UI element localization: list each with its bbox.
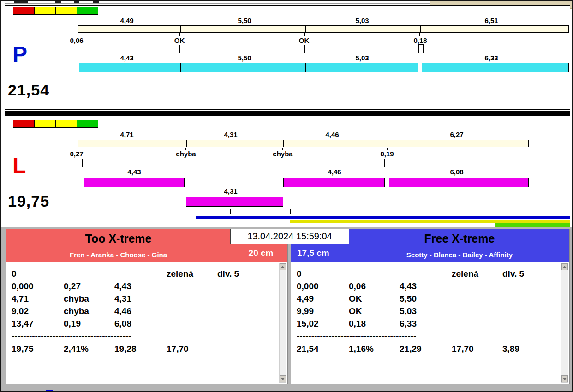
sensor-tick bbox=[78, 33, 78, 36]
timer-marker-box bbox=[290, 209, 330, 214]
summary-cell: 21,54 bbox=[297, 344, 349, 354]
results-area[interactable]: 0zelenádiv. 5 0,0000,274,43 4,71chyba4,3… bbox=[6, 262, 287, 384]
segment-divider bbox=[388, 140, 388, 147]
result-cell: 4,43 bbox=[114, 281, 167, 291]
changeover-mark-label: chyba bbox=[176, 150, 196, 158]
result-cell: 0,06 bbox=[349, 281, 400, 291]
result-cell: zelená bbox=[167, 269, 217, 279]
result-cell: 5,03 bbox=[400, 306, 452, 316]
result-cell: 6,33 bbox=[400, 319, 452, 329]
scroll-down-button[interactable] bbox=[561, 375, 568, 382]
summary-cell: 17,70 bbox=[167, 344, 217, 354]
status-light-green-icon bbox=[77, 120, 98, 128]
result-cell: 0 bbox=[12, 269, 64, 279]
scroll-down-icon bbox=[281, 378, 285, 380]
result-row: 4,49OK5,50 bbox=[297, 294, 559, 304]
changeover-mark-label: 0,18 bbox=[413, 36, 427, 44]
progress-bar-yellow bbox=[290, 220, 570, 223]
team-name: Too X-treme bbox=[6, 232, 231, 245]
window-edge-line bbox=[5, 3, 430, 4]
split-time-label: 6,51 bbox=[484, 17, 498, 24]
split-meter-bar bbox=[78, 140, 529, 147]
dog-time-label: 4,43 bbox=[120, 54, 133, 62]
result-cell: 5,50 bbox=[400, 294, 452, 304]
segment-divider bbox=[180, 63, 181, 72]
scroll-up-button[interactable] bbox=[561, 263, 568, 270]
team-panel-right: Free X-treme Scotty - Blanca - Bailey - … bbox=[291, 229, 570, 384]
status-light-green-icon bbox=[77, 7, 98, 15]
result-cell: OK bbox=[349, 294, 400, 304]
sensor-tick bbox=[304, 33, 305, 36]
result-cell: 0,27 bbox=[64, 281, 114, 291]
changeover-mark-label: OK bbox=[174, 36, 185, 44]
status-light-red-icon bbox=[13, 7, 35, 15]
dog-time-label: 6,33 bbox=[484, 54, 498, 62]
dog-time-label: 4,31 bbox=[224, 187, 237, 195]
segment-divider bbox=[420, 26, 421, 32]
summary-row: 21,541,16%21,2917,703,89 bbox=[297, 344, 559, 354]
dog-time-label: 4,43 bbox=[127, 168, 141, 176]
split-time-label: 4,46 bbox=[325, 131, 339, 138]
result-row: 4,71chyba4,31 bbox=[12, 294, 277, 304]
team-members: Scotty - Blanca - Bailey - Affinity bbox=[349, 251, 570, 259]
result-cell: zelená bbox=[452, 269, 502, 279]
summary-cell: 1,16% bbox=[349, 344, 400, 354]
changeover-mark-label: 0,06 bbox=[70, 36, 83, 44]
lane-time-bar bbox=[84, 178, 185, 187]
result-row: 9,99OK5,03 bbox=[297, 306, 559, 316]
status-light-red-icon bbox=[13, 120, 35, 128]
changeover-mark-label: 0,19 bbox=[380, 150, 394, 158]
result-row: 9,02chyba4,46 bbox=[12, 306, 277, 316]
lane-time-bar bbox=[186, 197, 283, 207]
datetime-display: 13.04.2024 15:59:04 bbox=[230, 229, 349, 244]
dog-time-label: 4,46 bbox=[328, 168, 341, 176]
lane-letter-p: P bbox=[12, 43, 27, 65]
results-area[interactable]: 0zelenádiv. 5 0,0000,064,43 4,49OK5,50 9… bbox=[291, 262, 569, 384]
fault-marker-box bbox=[418, 44, 424, 53]
summary-cell: 2,41% bbox=[64, 344, 114, 354]
split-time-label: 5,50 bbox=[238, 17, 251, 24]
segment-divider bbox=[305, 26, 306, 32]
status-lights bbox=[13, 7, 98, 15]
progress-bar-green bbox=[495, 223, 570, 227]
lane-time-bar bbox=[422, 63, 569, 72]
result-cell: 6,08 bbox=[114, 319, 167, 329]
timer-marker-box bbox=[211, 209, 231, 214]
summary-cell: 19,75 bbox=[12, 344, 64, 354]
result-cell: 4,43 bbox=[400, 281, 452, 291]
team-name: Free X-treme bbox=[349, 232, 570, 245]
result-cell: div. 5 bbox=[502, 269, 524, 279]
dog-time-label: 6,08 bbox=[450, 168, 463, 176]
team-panel-left: Too X-treme Fren - Aranka - Choose - Gin… bbox=[6, 229, 288, 384]
sensor-tick bbox=[179, 45, 180, 53]
scroll-down-button[interactable] bbox=[280, 375, 286, 382]
result-cell: 9,99 bbox=[297, 306, 349, 316]
panel-separator bbox=[5, 111, 570, 115]
result-row: 0,0000,274,43 bbox=[12, 281, 277, 291]
result-cell: 13,47 bbox=[12, 319, 64, 329]
result-row: 0,0000,064,43 bbox=[297, 281, 559, 291]
split-meter-bar bbox=[78, 25, 569, 33]
split-time-label: 5,03 bbox=[355, 17, 369, 24]
separator-row: ----------------------------------------… bbox=[297, 331, 559, 341]
fault-marker-box bbox=[384, 159, 389, 167]
scroll-up-button[interactable] bbox=[280, 263, 286, 270]
dog-time-label: 5,50 bbox=[238, 54, 251, 62]
changeover-mark-label: OK bbox=[299, 36, 310, 44]
result-cell: OK bbox=[349, 306, 400, 316]
result-cell: 4,31 bbox=[114, 294, 167, 304]
results-scrollbar[interactable] bbox=[279, 263, 286, 383]
result-cell: 0,000 bbox=[297, 281, 349, 291]
segment-divider bbox=[283, 140, 284, 147]
lane-letter-l: L bbox=[12, 154, 26, 177]
jump-height-badge: 17,5 cm bbox=[297, 248, 329, 258]
results-scrollbar[interactable] bbox=[561, 263, 568, 383]
fault-marker-box bbox=[78, 159, 83, 167]
dog-time-label: 5,03 bbox=[355, 54, 369, 62]
lane-total-l: 19,75 bbox=[8, 192, 49, 210]
timing-app-window: 4,49 5,50 5,03 6,51 0,06 OK OK 0,18 4,43… bbox=[0, 0, 573, 392]
summary-row: 19,752,41%19,2817,70 bbox=[12, 344, 277, 354]
sensor-tick bbox=[179, 33, 180, 36]
result-cell: 9,02 bbox=[12, 306, 64, 316]
team-members: Fren - Aranka - Choose - Gina bbox=[6, 251, 231, 259]
